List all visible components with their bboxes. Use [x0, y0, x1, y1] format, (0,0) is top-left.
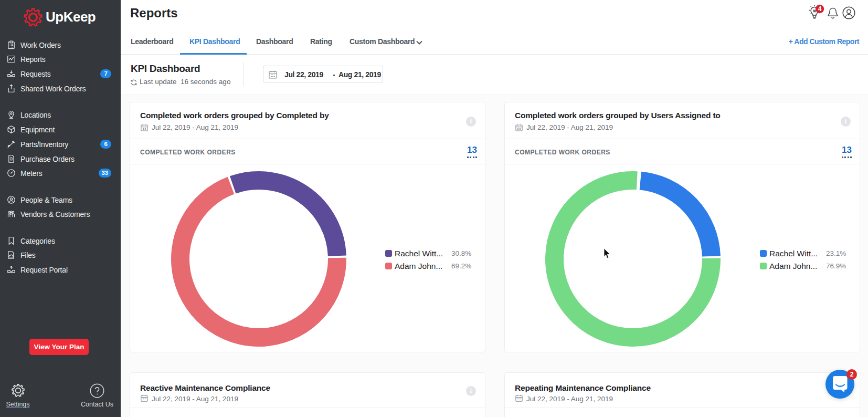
svg-text:4: 4 [818, 5, 822, 13]
